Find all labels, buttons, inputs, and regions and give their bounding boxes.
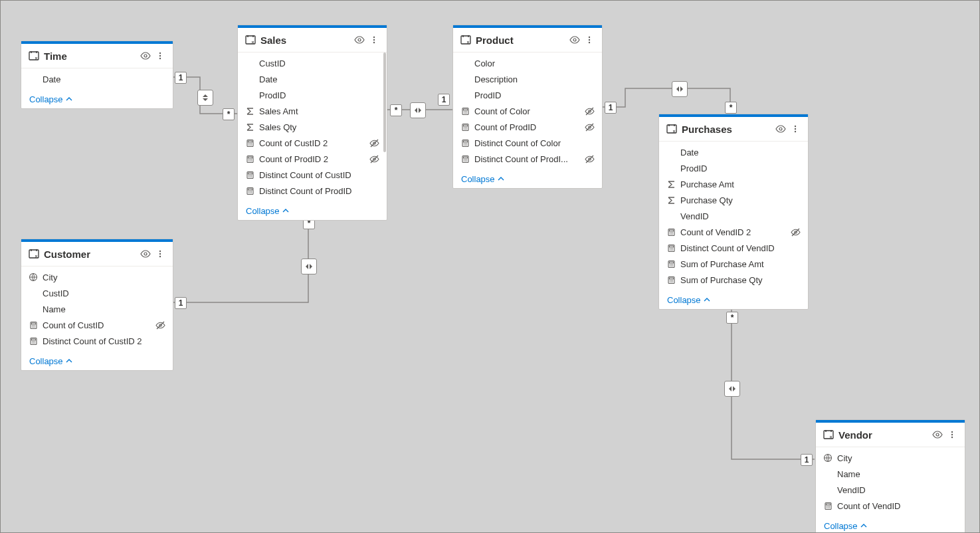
field-row[interactable]: Count of VendID [816, 498, 965, 514]
report-view-icon[interactable] [138, 247, 153, 261]
svg-point-102 [34, 326, 35, 327]
report-view-icon[interactable] [773, 122, 788, 136]
more-menu-icon[interactable] [153, 247, 167, 261]
report-view-icon[interactable] [352, 33, 367, 47]
field-row[interactable]: CustID [238, 55, 387, 71]
svg-point-41 [249, 191, 250, 191]
more-menu-icon[interactable] [582, 33, 597, 47]
svg-point-150 [670, 281, 671, 282]
collapse-button[interactable]: Collapse [21, 352, 173, 370]
field-list: Date [21, 68, 173, 90]
svg-point-133 [669, 249, 670, 250]
report-view-icon[interactable] [138, 49, 153, 63]
chevron-up-icon [498, 174, 504, 184]
field-row[interactable]: Date [659, 144, 808, 160]
table-purchases[interactable]: Purchases DateProdIDPurchase AmtPurchase… [658, 114, 809, 310]
field-label: Sum of Purchase Qty [676, 275, 789, 285]
model-canvas[interactable]: 1 * 1 * * 1 1 * * 1 Time Date Collapse [0, 0, 980, 533]
svg-point-156 [951, 437, 953, 438]
field-row[interactable]: Sales Qty [238, 119, 387, 135]
table-time[interactable]: Time Date Collapse [21, 41, 173, 109]
globe-icon [823, 453, 833, 463]
field-row[interactable]: Sales Amt [238, 103, 387, 119]
svg-point-153 [936, 433, 939, 436]
field-label: VendID [676, 211, 789, 221]
report-view-icon[interactable] [930, 427, 945, 442]
field-row[interactable]: Distinct Count of ProdI... [453, 151, 602, 167]
field-row[interactable]: VendID [659, 208, 808, 224]
field-list: DateProdIDPurchase AmtPurchase QtyVendID… [659, 142, 808, 290]
svg-point-58 [466, 112, 466, 113]
calc-icon [28, 321, 39, 330]
more-menu-icon[interactable] [788, 122, 803, 136]
field-label: ProdID [676, 163, 789, 173]
field-row[interactable]: Sum of Purchase Amt [659, 256, 808, 272]
table-sales[interactable]: Sales CustIDDateProdIDSales AmtSales Qty… [237, 25, 387, 221]
svg-point-40 [248, 191, 248, 191]
calc-icon [666, 276, 676, 284]
field-row[interactable]: City [21, 269, 173, 285]
svg-point-25 [248, 160, 248, 161]
field-row[interactable]: ProdID [238, 87, 387, 103]
svg-point-154 [951, 431, 953, 433]
field-row[interactable]: CustID [21, 285, 173, 301]
table-title: Sales [258, 35, 352, 46]
field-label: Count of CustID 2 [255, 138, 368, 148]
collapse-button[interactable]: Collapse [659, 290, 808, 309]
svg-point-12 [248, 143, 248, 144]
more-menu-icon[interactable] [367, 33, 381, 47]
table-product[interactable]: Product ColorDescriptionProdIDCount of C… [452, 25, 603, 189]
chevron-up-icon [66, 356, 72, 366]
svg-point-141 [669, 265, 670, 266]
table-vendor[interactable]: Vendor CityNameVendIDCount of VendID Col… [815, 419, 965, 533]
collapse-button[interactable]: Collapse [21, 90, 173, 108]
field-row[interactable]: Distinct Count of ProdID [238, 183, 387, 199]
field-row[interactable]: Purchase Qty [659, 192, 808, 208]
collapse-button[interactable]: Collapse [816, 516, 965, 533]
field-row[interactable]: Count of Color [453, 103, 602, 119]
field-row[interactable]: Distinct Count of VendID [659, 240, 808, 256]
table-customer[interactable]: Customer CityCustIDNameCount of CustIDDi… [21, 239, 173, 371]
svg-point-134 [670, 249, 671, 250]
field-row[interactable]: ProdID [659, 160, 808, 176]
svg-point-132 [672, 248, 672, 249]
field-label: Distinct Count of ProdI... [470, 154, 583, 164]
svg-point-14 [250, 143, 251, 144]
field-row[interactable]: Count of ProdID 2 [238, 151, 387, 167]
field-row[interactable]: Count of CustID 2 [238, 135, 387, 151]
field-row[interactable]: ProdID [453, 87, 602, 103]
more-menu-icon[interactable] [153, 49, 167, 63]
calc-icon [460, 139, 470, 148]
sigma-icon [666, 180, 676, 189]
collapse-button[interactable]: Collapse [453, 169, 602, 188]
collapse-button[interactable]: Collapse [238, 201, 387, 220]
field-row[interactable]: Distinct Count of CustID [238, 167, 387, 183]
field-label: CustID [39, 288, 154, 298]
more-menu-icon[interactable] [945, 427, 959, 442]
field-row[interactable]: VendID [816, 482, 965, 498]
field-row[interactable]: City [816, 450, 965, 466]
field-row[interactable]: Color [453, 55, 602, 71]
svg-point-101 [33, 326, 33, 327]
field-row[interactable]: Name [816, 466, 965, 482]
field-row[interactable]: Purchase Amt [659, 176, 808, 192]
field-row[interactable]: Date [238, 71, 387, 87]
svg-point-27 [250, 160, 251, 161]
field-row[interactable]: Sum of Purchase Qty [659, 272, 808, 288]
report-view-icon[interactable] [567, 33, 582, 47]
field-row[interactable]: Count of VendID 2 [659, 224, 808, 240]
field-row[interactable]: Description [453, 71, 602, 87]
field-row[interactable]: Name [21, 301, 173, 317]
scrollbar[interactable] [383, 53, 386, 152]
field-row[interactable]: Distinct Count of CustID 2 [21, 333, 173, 349]
table-icon [458, 33, 473, 47]
field-row[interactable]: Count of ProdID [453, 119, 602, 135]
field-row[interactable]: Date [21, 71, 173, 87]
svg-point-123 [669, 233, 670, 234]
filter-direction-icon [197, 90, 213, 106]
svg-rect-72 [463, 141, 467, 142]
field-row[interactable]: Count of CustID [21, 317, 173, 333]
field-label: CustID [255, 58, 368, 68]
cardinality-many: * [726, 312, 738, 324]
field-row[interactable]: Distinct Count of Color [453, 135, 602, 151]
